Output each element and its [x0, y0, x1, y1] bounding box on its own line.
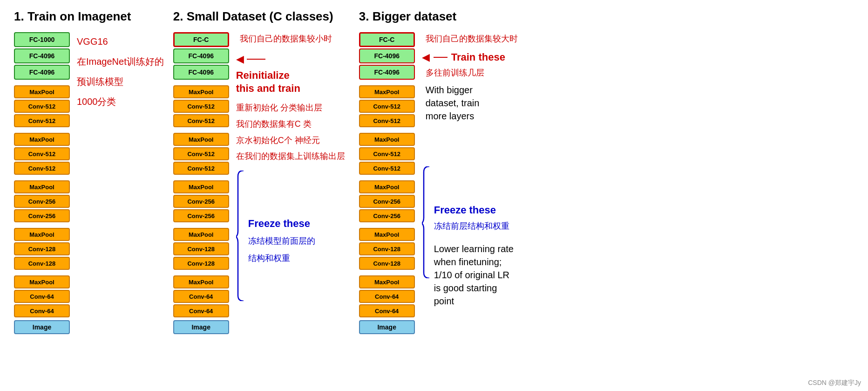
conv512b-layer: Conv-512: [14, 114, 70, 127]
s2-conv128a-layer: Conv-128: [173, 242, 229, 255]
s3-image-layer: Image: [359, 320, 415, 334]
maxpool3-layer: MaxPool: [14, 180, 70, 193]
conv256b-layer: Conv-256: [14, 209, 70, 222]
freeze-label: Freeze these: [248, 217, 315, 231]
image-layer: Image: [14, 320, 70, 334]
s3-conv512b-layer: Conv-512: [359, 114, 415, 127]
bigger-dataset-label: With bigger dataset, train more layers: [426, 83, 518, 123]
s3-conv256a-layer: Conv-256: [359, 195, 415, 208]
section1-annotations: VGG16 在ImageNet训练好的 预训练模型 1000分类: [77, 32, 164, 109]
s3-maxpool4-layer: MaxPool: [359, 228, 415, 241]
s3-conv256b-layer: Conv-256: [359, 209, 415, 222]
maxpool1-layer: MaxPool: [14, 85, 70, 98]
s3-conv512c-layer: Conv-512: [359, 147, 415, 160]
s2-conv64b-layer: Conv-64: [173, 304, 229, 317]
s3-chinese-freeze: 冻结前层结构和权重: [434, 220, 514, 233]
s3-fc4096b-layer: FC-4096: [359, 65, 415, 80]
maxpool5-layer: MaxPool: [14, 275, 70, 288]
section2-network: FC-C FC-4096 FC-4096 MaxPool Conv-512 Co…: [173, 32, 229, 334]
s2-chinese-bot1: 冻结模型前面层的: [248, 234, 315, 248]
conv64b-layer: Conv-64: [14, 304, 70, 317]
s2-conv512d-layer: Conv-512: [173, 162, 229, 175]
s2-fc4096a-layer: FC-4096: [173, 48, 229, 63]
s3-chinese-train: 多往前训练几层: [426, 66, 518, 80]
s3-freeze-brace: [422, 166, 430, 278]
s3-conv128a-layer: Conv-128: [359, 242, 415, 255]
fc1000-layer: FC-1000: [14, 32, 70, 47]
section3-title: 3. Bigger dataset: [359, 9, 457, 24]
conv512c-layer: Conv-512: [14, 147, 70, 160]
s3-chinese-top: 我们自己的数据集较大时: [426, 32, 518, 46]
s2-maxpool2-layer: MaxPool: [173, 133, 229, 146]
s3-conv512d-layer: Conv-512: [359, 162, 415, 175]
s2-maxpool3-layer: MaxPool: [173, 180, 229, 193]
s2-conv512a-layer: Conv-512: [173, 100, 229, 113]
s3-freeze-label: Freeze these: [434, 204, 514, 217]
s3-conv128b-layer: Conv-128: [359, 257, 415, 270]
s2-chinese-top: 我们自己的数据集较小时: [240, 32, 332, 46]
s2-fc4096b-layer: FC-4096: [173, 65, 229, 80]
s2-conv128b-layer: Conv-128: [173, 257, 229, 270]
section1-title: 1. Train on Imagenet: [14, 9, 131, 24]
pretrained-label: 预训练模型: [77, 75, 164, 89]
conv64a-layer: Conv-64: [14, 290, 70, 303]
conv128b-layer: Conv-128: [14, 257, 70, 270]
section1-network: FC-1000 FC-4096 FC-4096 MaxPool Conv-512…: [14, 32, 70, 334]
s2-conv256b-layer: Conv-256: [173, 209, 229, 222]
fc4096a-layer: FC-4096: [14, 48, 70, 63]
s3-maxpool1-layer: MaxPool: [359, 85, 415, 98]
s2-chinese-mid3: 京水初始化C个 神经元: [236, 134, 345, 147]
s3-maxpool2-layer: MaxPool: [359, 133, 415, 146]
section3-network: FC-C FC-4096 FC-4096 MaxPool Conv-512 Co…: [359, 32, 415, 334]
s3-fcc-layer: FC-C: [359, 32, 415, 47]
s2-chinese-mid4: 在我们的数据集上训练输出层: [236, 150, 345, 163]
train-these-label: Train these: [451, 51, 505, 63]
s2-conv64a-layer: Conv-64: [173, 290, 229, 303]
1000class-label: 1000分类: [77, 95, 164, 109]
conv512d-layer: Conv-512: [14, 162, 70, 175]
s2-conv256a-layer: Conv-256: [173, 195, 229, 208]
s3-conv512a-layer: Conv-512: [359, 100, 415, 113]
conv128a-layer: Conv-128: [14, 242, 70, 255]
conv512a-layer: Conv-512: [14, 100, 70, 113]
maxpool2-layer: MaxPool: [14, 133, 70, 146]
s2-maxpool5-layer: MaxPool: [173, 275, 229, 288]
watermark: CSDN @郑建宇Jy: [808, 379, 861, 387]
lower-lr-label: Lower learning rate when finetuning; 1/1…: [434, 242, 514, 308]
s2-conv512b-layer: Conv-512: [173, 114, 229, 127]
s3-maxpool3-layer: MaxPool: [359, 180, 415, 193]
s2-conv512c-layer: Conv-512: [173, 147, 229, 160]
s2-maxpool4-layer: MaxPool: [173, 228, 229, 241]
s3-maxpool5-layer: MaxPool: [359, 275, 415, 288]
s2-fcc-layer: FC-C: [173, 32, 229, 47]
reinitialize-label: Reinitialize this and train: [236, 69, 345, 96]
s2-chinese-mid1: 重新初始化 分类输出层: [236, 101, 345, 115]
s2-maxpool1-layer: MaxPool: [173, 85, 229, 98]
s2-chinese-bot2: 结构和权重: [248, 252, 315, 265]
s3-conv64a-layer: Conv-64: [359, 290, 415, 303]
s2-chinese-mid2: 我们的数据集有C 类: [236, 117, 345, 131]
s3-fc4096a-layer: FC-4096: [359, 48, 415, 63]
conv256a-layer: Conv-256: [14, 195, 70, 208]
maxpool4-layer: MaxPool: [14, 228, 70, 241]
fc4096b-layer: FC-4096: [14, 65, 70, 80]
s3-conv64b-layer: Conv-64: [359, 304, 415, 317]
imagenet-trained-label: 在ImageNet训练好的: [77, 55, 164, 69]
freeze-brace: [236, 171, 244, 301]
section2-title: 2. Small Dataset (C classes): [173, 9, 333, 24]
s2-image-layer: Image: [173, 320, 229, 334]
vgg16-label: VGG16: [77, 34, 164, 48]
